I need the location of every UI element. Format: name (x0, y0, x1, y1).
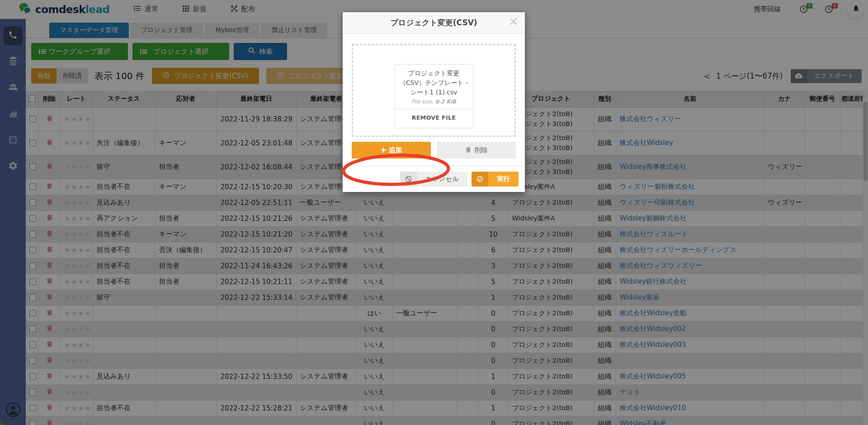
file-size-label: File size: (411, 98, 434, 105)
add-file-label: 追加 (389, 146, 402, 154)
trash-icon (465, 146, 472, 154)
cancel-label: キャンセル (417, 172, 467, 187)
close-icon[interactable]: × (508, 15, 519, 27)
ban-icon (400, 172, 417, 187)
modal-header: プロジェクト変更(CSV) × (343, 12, 525, 34)
delete-file-label: 削除 (475, 146, 488, 154)
add-file-button[interactable]: + 追加 (352, 142, 431, 159)
execute-label: 実行 (488, 172, 519, 187)
file-dropzone[interactable]: プロジェクト変更（CSV）テンプレート - シート1 (1).csv File … (352, 44, 516, 137)
file-name: プロジェクト変更（CSV）テンプレート - シート1 (1).csv (395, 65, 473, 98)
modal-title: プロジェクト変更(CSV) (390, 18, 477, 28)
uploaded-file-card: プロジェクト変更（CSV）テンプレート - シート1 (1).csv File … (395, 64, 473, 128)
file-size-value: 0.2 KiB (435, 98, 456, 105)
execute-button[interactable]: 実行 (472, 172, 519, 187)
file-size: File size: 0.2 KiB (395, 98, 473, 109)
modal-file-buttons: + 追加 削除 (352, 142, 516, 159)
cancel-button[interactable]: キャンセル (400, 172, 467, 187)
plus-icon: + (380, 145, 387, 154)
delete-file-button[interactable]: 削除 (437, 142, 516, 159)
app-root: comdesklead 通常 新規 配布 携帯回線 0 (0, 0, 868, 425)
modal-body: プロジェクト変更（CSV）テンプレート - シート1 (1).csv File … (343, 34, 525, 159)
project-change-csv-modal: プロジェクト変更(CSV) × プロジェクト変更（CSV）テンプレート - シー… (343, 12, 525, 192)
modal-footer: キャンセル 実行 (343, 166, 525, 192)
check-circle-icon (472, 172, 488, 187)
remove-file-button[interactable]: REMOVE FILE (395, 109, 473, 126)
